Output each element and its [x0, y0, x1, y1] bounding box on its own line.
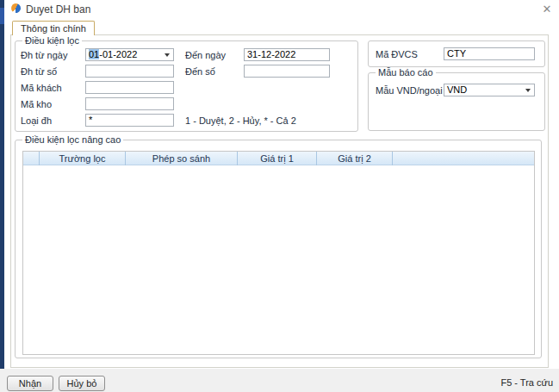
- business-unit-label: Mã ĐVCS: [376, 49, 418, 59]
- advanced-group-title: Điều kiện lọc nâng cao: [22, 134, 123, 145]
- advanced-filter-table[interactable]: Trường lọc Phép so sánh Giá trị 1 Giá tr…: [22, 151, 535, 355]
- from-number-label: Đh từ số: [21, 66, 57, 77]
- warehouse-code-label: Mã kho: [21, 99, 52, 109]
- from-date-input[interactable]: 01-01-2022: [85, 48, 174, 61]
- from-date-label: Đh từ ngày: [21, 50, 67, 60]
- window-title: Duyet DH ban: [26, 3, 90, 16]
- accept-button[interactable]: Nhận: [7, 376, 53, 391]
- tab-page: Điều kiện lọc Đh từ ngày 01-01-2022 Đến …: [10, 34, 549, 368]
- status-hint: F5 - Tra cứu: [500, 377, 553, 388]
- chevron-down-icon[interactable]: [525, 89, 531, 92]
- parent-window-edge-accent: [0, 8, 4, 24]
- currency-template-select[interactable]: VND: [444, 84, 535, 96]
- order-type-hint: 1 - Duyệt, 2 - Hủy, * - Cả 2: [185, 115, 296, 126]
- currency-template-label: Mẫu VND/ngoại tệ: [376, 85, 453, 96]
- filter-conditions-group: Điều kiện lọc Đh từ ngày 01-01-2022 Đến …: [15, 40, 358, 132]
- tab-thong-tin-chinh[interactable]: Thông tin chính: [12, 21, 95, 35]
- to-date-input[interactable]: 31-12-2022: [244, 48, 330, 61]
- title-bar: Duyet DH ban ✕: [0, 0, 559, 19]
- column-header-phep-so-sanh: Phép so sánh: [126, 152, 238, 165]
- cancel-button[interactable]: Hủy bỏ: [59, 376, 105, 391]
- column-header-filler: [393, 152, 534, 165]
- column-header-gia-tri-2: Giá trị 2: [317, 152, 393, 165]
- from-date-rest-text: -01-2022: [99, 49, 137, 59]
- report-group-title: Mẫu báo cáo: [376, 67, 436, 78]
- report-template-group: Mẫu báo cáo Mẫu VND/ngoại tệ VND: [368, 72, 545, 131]
- parent-window-edge: [0, 0, 4, 369]
- advanced-filter-group: Điều kiện lọc nâng cao Trường lọc Phép s…: [15, 140, 542, 358]
- filter-group-title: Điều kiện lọc: [22, 35, 82, 46]
- to-number-label: Đến số: [185, 66, 215, 77]
- footer-bar: Nhận Hủy bỏ F5 - Tra cứu: [0, 369, 559, 392]
- column-header-truong-loc: Trường lọc: [40, 152, 126, 165]
- to-number-input[interactable]: [244, 65, 330, 78]
- column-header-row-selector: [23, 152, 40, 165]
- close-icon[interactable]: ✕: [539, 2, 555, 17]
- warehouse-code-input[interactable]: [85, 97, 174, 110]
- customer-code-label: Mã khách: [21, 83, 62, 93]
- to-date-label: Đến ngày: [185, 50, 226, 60]
- from-number-input[interactable]: [85, 65, 174, 78]
- customer-code-input[interactable]: [85, 81, 174, 94]
- chevron-down-icon[interactable]: [165, 53, 170, 57]
- app-logo-icon: [9, 2, 22, 15]
- currency-template-value: VND: [447, 84, 467, 95]
- column-header-gia-tri-1: Giá trị 1: [238, 152, 317, 165]
- order-type-label: Loại đh: [21, 115, 52, 126]
- business-unit-input[interactable]: CTY: [444, 47, 535, 60]
- from-date-selected-text: 01: [89, 49, 99, 59]
- advanced-table-header-row: Trường lọc Phép so sánh Giá trị 1 Giá tr…: [23, 152, 534, 165]
- order-type-input[interactable]: *: [85, 114, 174, 127]
- business-unit-group: Mã ĐVCS CTY: [368, 40, 545, 67]
